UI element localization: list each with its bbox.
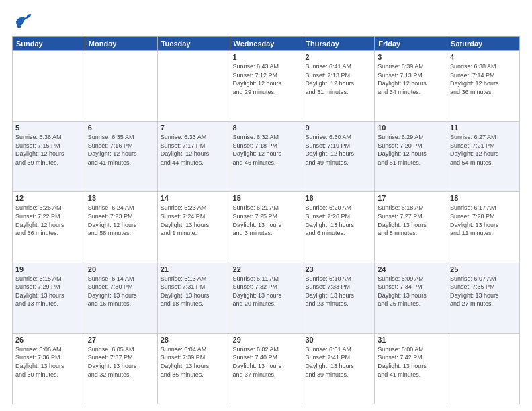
day-info-13: Sunrise: 6:24 AM Sunset: 7:23 PM Dayligh…	[88, 203, 154, 237]
day-info-30: Sunrise: 6:01 AM Sunset: 7:41 PM Dayligh…	[305, 345, 371, 379]
day-info-22: Sunrise: 6:11 AM Sunset: 7:32 PM Dayligh…	[233, 275, 300, 308]
day-cell-28: 28Sunrise: 6:04 AM Sunset: 7:39 PM Dayli…	[157, 333, 230, 404]
day-cell-22: 22Sunrise: 6:11 AM Sunset: 7:32 PM Dayli…	[230, 263, 302, 333]
day-cell-6: 6Sunrise: 6:35 AM Sunset: 7:16 PM Daylig…	[85, 122, 157, 192]
day-cell-13: 13Sunrise: 6:24 AM Sunset: 7:23 PM Dayli…	[85, 192, 157, 263]
day-cell-11: 11Sunrise: 6:27 AM Sunset: 7:21 PM Dayli…	[447, 122, 520, 192]
day-number-7: 7	[161, 124, 227, 132]
day-cell-8: 8Sunrise: 6:32 AM Sunset: 7:18 PM Daylig…	[230, 122, 302, 192]
day-info-21: Sunrise: 6:13 AM Sunset: 7:31 PM Dayligh…	[161, 275, 227, 308]
day-number-25: 25	[450, 265, 517, 273]
day-info-11: Sunrise: 6:27 AM Sunset: 7:21 PM Dayligh…	[450, 133, 517, 167]
day-number-18: 18	[450, 194, 517, 202]
day-number-14: 14	[161, 194, 227, 202]
weekday-tuesday: Tuesday	[157, 37, 230, 51]
day-cell-18: 18Sunrise: 6:17 AM Sunset: 7:28 PM Dayli…	[447, 192, 520, 263]
day-cell-5: 5Sunrise: 6:36 AM Sunset: 7:15 PM Daylig…	[13, 122, 85, 192]
day-number-20: 20	[88, 265, 154, 273]
day-cell-30: 30Sunrise: 6:01 AM Sunset: 7:41 PM Dayli…	[302, 333, 375, 404]
day-info-25: Sunrise: 6:07 AM Sunset: 7:35 PM Dayligh…	[450, 275, 517, 308]
day-cell-17: 17Sunrise: 6:18 AM Sunset: 7:27 PM Dayli…	[375, 192, 447, 263]
weekday-sunday: Sunday	[13, 37, 85, 51]
empty-cell	[157, 51, 230, 122]
day-cell-27: 27Sunrise: 6:05 AM Sunset: 7:37 PM Dayli…	[85, 333, 157, 404]
empty-cell	[447, 333, 520, 404]
empty-cell	[85, 51, 157, 122]
day-cell-2: 2Sunrise: 6:41 AM Sunset: 7:13 PM Daylig…	[302, 51, 375, 122]
weekday-thursday: Thursday	[302, 37, 375, 51]
day-number-26: 26	[15, 336, 82, 344]
day-number-10: 10	[378, 124, 444, 132]
day-number-13: 13	[88, 194, 154, 202]
day-info-7: Sunrise: 6:33 AM Sunset: 7:17 PM Dayligh…	[161, 133, 227, 167]
day-number-31: 31	[378, 336, 444, 344]
day-info-23: Sunrise: 6:10 AM Sunset: 7:33 PM Dayligh…	[305, 275, 371, 308]
day-number-29: 29	[233, 336, 300, 344]
weekday-monday: Monday	[85, 37, 157, 51]
weekday-wednesday: Wednesday	[230, 37, 302, 51]
weekday-header-row: SundayMondayTuesdayWednesdayThursdayFrid…	[13, 37, 520, 51]
day-info-5: Sunrise: 6:36 AM Sunset: 7:15 PM Dayligh…	[15, 133, 82, 167]
day-number-17: 17	[378, 194, 444, 202]
day-info-26: Sunrise: 6:06 AM Sunset: 7:36 PM Dayligh…	[15, 345, 82, 379]
day-cell-31: 31Sunrise: 6:00 AM Sunset: 7:42 PM Dayli…	[375, 333, 447, 404]
day-info-18: Sunrise: 6:17 AM Sunset: 7:28 PM Dayligh…	[450, 203, 517, 237]
day-info-8: Sunrise: 6:32 AM Sunset: 7:18 PM Dayligh…	[233, 133, 300, 167]
day-cell-9: 9Sunrise: 6:30 AM Sunset: 7:19 PM Daylig…	[302, 122, 375, 192]
day-info-4: Sunrise: 6:38 AM Sunset: 7:14 PM Dayligh…	[450, 62, 517, 96]
day-cell-12: 12Sunrise: 6:26 AM Sunset: 7:22 PM Dayli…	[13, 192, 85, 263]
logo	[12, 12, 35, 31]
day-info-9: Sunrise: 6:30 AM Sunset: 7:19 PM Dayligh…	[305, 133, 371, 167]
day-cell-26: 26Sunrise: 6:06 AM Sunset: 7:36 PM Dayli…	[13, 333, 85, 404]
day-info-3: Sunrise: 6:39 AM Sunset: 7:13 PM Dayligh…	[378, 62, 444, 96]
week-row-4: 19Sunrise: 6:15 AM Sunset: 7:29 PM Dayli…	[13, 263, 520, 333]
day-cell-23: 23Sunrise: 6:10 AM Sunset: 7:33 PM Dayli…	[302, 263, 375, 333]
header	[12, 12, 520, 31]
day-info-29: Sunrise: 6:02 AM Sunset: 7:40 PM Dayligh…	[233, 345, 300, 379]
day-number-28: 28	[161, 336, 227, 344]
day-number-12: 12	[15, 194, 82, 202]
day-number-1: 1	[233, 53, 300, 61]
day-number-6: 6	[88, 124, 154, 132]
day-cell-24: 24Sunrise: 6:09 AM Sunset: 7:34 PM Dayli…	[375, 263, 447, 333]
day-cell-15: 15Sunrise: 6:21 AM Sunset: 7:25 PM Dayli…	[230, 192, 302, 263]
day-info-24: Sunrise: 6:09 AM Sunset: 7:34 PM Dayligh…	[378, 275, 444, 308]
day-number-22: 22	[233, 265, 300, 273]
day-number-23: 23	[305, 265, 371, 273]
week-row-1: 1Sunrise: 6:43 AM Sunset: 7:12 PM Daylig…	[13, 51, 520, 122]
day-info-12: Sunrise: 6:26 AM Sunset: 7:22 PM Dayligh…	[15, 203, 82, 237]
day-cell-14: 14Sunrise: 6:23 AM Sunset: 7:24 PM Dayli…	[157, 192, 230, 263]
day-number-2: 2	[305, 53, 371, 61]
day-number-19: 19	[15, 265, 82, 273]
day-info-19: Sunrise: 6:15 AM Sunset: 7:29 PM Dayligh…	[15, 275, 82, 308]
day-number-16: 16	[305, 194, 371, 202]
day-cell-1: 1Sunrise: 6:43 AM Sunset: 7:12 PM Daylig…	[230, 51, 302, 122]
day-info-10: Sunrise: 6:29 AM Sunset: 7:20 PM Dayligh…	[378, 133, 444, 167]
day-number-30: 30	[305, 336, 371, 344]
day-cell-21: 21Sunrise: 6:13 AM Sunset: 7:31 PM Dayli…	[157, 263, 230, 333]
day-number-21: 21	[161, 265, 227, 273]
day-cell-16: 16Sunrise: 6:20 AM Sunset: 7:26 PM Dayli…	[302, 192, 375, 263]
day-info-31: Sunrise: 6:00 AM Sunset: 7:42 PM Dayligh…	[378, 345, 444, 379]
week-row-2: 5Sunrise: 6:36 AM Sunset: 7:15 PM Daylig…	[13, 122, 520, 192]
day-info-27: Sunrise: 6:05 AM Sunset: 7:37 PM Dayligh…	[88, 345, 154, 379]
day-info-15: Sunrise: 6:21 AM Sunset: 7:25 PM Dayligh…	[233, 203, 300, 237]
weekday-friday: Friday	[375, 37, 447, 51]
day-info-6: Sunrise: 6:35 AM Sunset: 7:16 PM Dayligh…	[88, 133, 154, 167]
day-number-4: 4	[450, 53, 517, 61]
day-cell-4: 4Sunrise: 6:38 AM Sunset: 7:14 PM Daylig…	[447, 51, 520, 122]
day-cell-7: 7Sunrise: 6:33 AM Sunset: 7:17 PM Daylig…	[157, 122, 230, 192]
day-number-3: 3	[378, 53, 444, 61]
day-number-8: 8	[233, 124, 300, 132]
day-info-28: Sunrise: 6:04 AM Sunset: 7:39 PM Dayligh…	[161, 345, 227, 379]
day-cell-10: 10Sunrise: 6:29 AM Sunset: 7:20 PM Dayli…	[375, 122, 447, 192]
weekday-saturday: Saturday	[447, 37, 520, 51]
day-cell-19: 19Sunrise: 6:15 AM Sunset: 7:29 PM Dayli…	[13, 263, 85, 333]
day-number-9: 9	[305, 124, 371, 132]
week-row-5: 26Sunrise: 6:06 AM Sunset: 7:36 PM Dayli…	[13, 333, 520, 404]
day-info-16: Sunrise: 6:20 AM Sunset: 7:26 PM Dayligh…	[305, 203, 371, 237]
logo-bird-icon	[12, 12, 32, 31]
day-number-27: 27	[88, 336, 154, 344]
day-cell-25: 25Sunrise: 6:07 AM Sunset: 7:35 PM Dayli…	[447, 263, 520, 333]
calendar: SundayMondayTuesdayWednesdayThursdayFrid…	[12, 36, 520, 404]
